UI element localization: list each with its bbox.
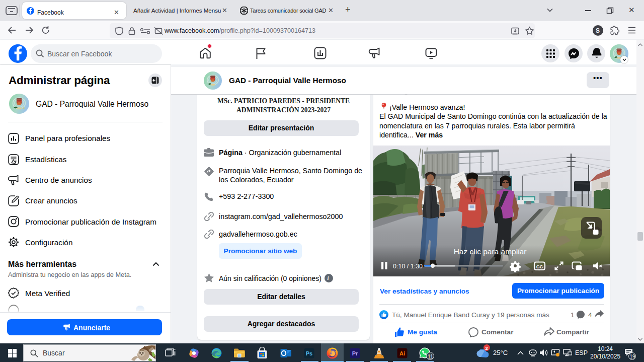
svg-text:Ai: Ai [399,350,405,356]
svg-text:0:10 / 1:30: 0:10 / 1:30 [393,263,423,270]
svg-text:Haz clic para ampliar: Haz clic para ampliar [454,247,527,256]
svg-text:Ps: Ps [306,350,312,356]
svg-text:CC: CC [536,264,543,269]
svg-text:Pr: Pr [352,350,358,356]
